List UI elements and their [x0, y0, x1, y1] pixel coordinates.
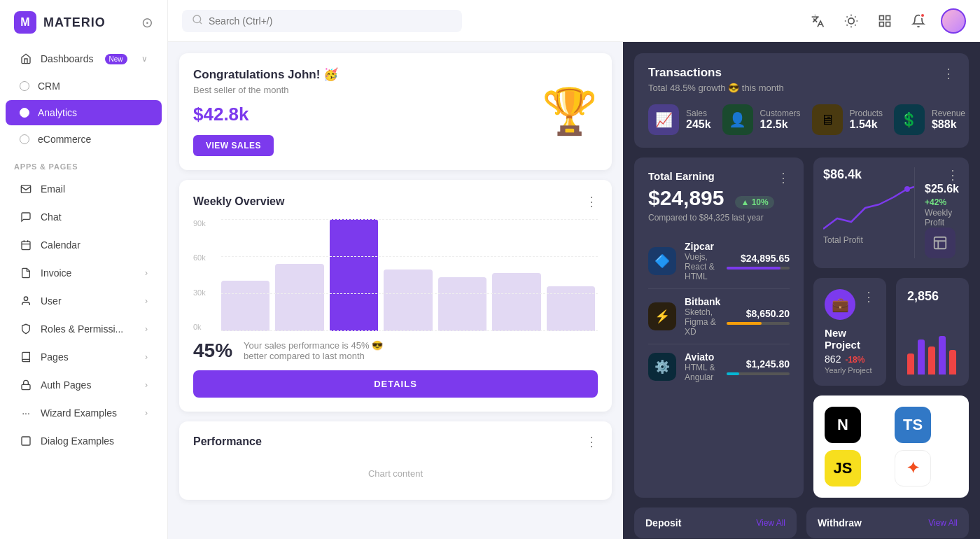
- trans-item-info: Customers 12.5k: [760, 108, 801, 131]
- chevron-icon: ›: [145, 296, 148, 306]
- sidebar: M MATERIO ⊙ Dashboards New ∨ CRM Analyti…: [0, 0, 168, 539]
- notifications-icon[interactable]: [907, 10, 930, 32]
- earning-icon: 🔷: [648, 247, 676, 275]
- chart-bar: [330, 219, 378, 331]
- transaction-item: 🖥 Products 1.54k: [812, 104, 883, 135]
- sidebar-item-analytics[interactable]: Analytics: [6, 100, 162, 125]
- svg-point-2: [24, 297, 27, 300]
- trans-label: Revenue: [932, 108, 965, 118]
- weekly-menu-button[interactable]: ⋮: [585, 194, 598, 209]
- trans-value: 245k: [686, 118, 711, 131]
- earning-progress-fill: [727, 322, 762, 325]
- performance-card: Performance ⋮ Chart content: [179, 421, 612, 500]
- performance-title: Performance: [193, 435, 262, 448]
- profit-stat-label: Weekly Profit: [925, 208, 959, 227]
- theme-icon[interactable]: [840, 10, 862, 32]
- sidebar-item-pages[interactable]: Pages ›: [6, 344, 162, 370]
- avatar[interactable]: [941, 8, 966, 34]
- search-input[interactable]: [209, 15, 452, 27]
- earning-item-amount: $8,650.20: [727, 308, 790, 319]
- svg-rect-7: [880, 15, 884, 20]
- earning-menu-button[interactable]: ⋮: [777, 170, 790, 186]
- sidebar-item-label: Auth Pages: [41, 379, 91, 391]
- earning-item-amount: $1,245.80: [727, 358, 790, 370]
- translate-icon[interactable]: [806, 10, 829, 32]
- transactions-title: Transactions: [648, 66, 784, 80]
- earning-item-right: $8,650.20: [727, 308, 790, 325]
- transaction-item: 👤 Customers 12.5k: [722, 104, 801, 135]
- profit-stat-badge: +42%: [925, 197, 946, 207]
- chart-bar: [547, 286, 595, 331]
- sidebar-item-email[interactable]: Email: [6, 176, 162, 202]
- total-earning-card: Total Earning $24,895 ▲ 10% Compared to …: [634, 158, 804, 498]
- sidebar-item-wizard[interactable]: ··· Wizard Examples ›: [6, 400, 162, 426]
- lock-icon: [20, 379, 32, 391]
- trans-value: $88k: [932, 118, 965, 131]
- earning-item-right: $24,895.65: [727, 253, 790, 270]
- sidebar-toggle-icon[interactable]: ⊙: [141, 14, 153, 31]
- profit-stat-area: $25.6k +42% Weekly Profit: [925, 183, 959, 227]
- earning-item-sub: Sketch, Figma & XD: [685, 307, 727, 337]
- weekly-overview-card: Weekly Overview ⋮ 90k 60k 30k 0k: [179, 180, 612, 412]
- performance-menu-button[interactable]: ⋮: [585, 434, 598, 449]
- apps-section-label: APPS & PAGES: [0, 153, 167, 175]
- deposit-header: Deposit View All: [645, 517, 785, 528]
- earning-item-amount: $24,895.65: [727, 253, 790, 264]
- withdraw-view-all[interactable]: View All: [928, 518, 958, 528]
- y-axis-labels: 90k 60k 30k 0k: [193, 219, 206, 331]
- trans-item-info: Revenue $88k: [932, 108, 965, 131]
- view-sales-button[interactable]: VIEW SALES: [193, 135, 274, 156]
- sidebar-item-dialog[interactable]: Dialog Examples: [6, 428, 162, 454]
- svg-rect-9: [880, 22, 884, 26]
- bottom-row: Deposit View All Withdraw View All: [634, 507, 969, 538]
- sidebar-item-crm[interactable]: CRM: [6, 74, 162, 99]
- details-button[interactable]: DETAILS: [193, 370, 598, 398]
- transactions-menu-button[interactable]: ⋮: [942, 66, 955, 81]
- search-box[interactable]: [182, 10, 462, 32]
- sidebar-item-invoice[interactable]: Invoice ›: [6, 260, 162, 286]
- sidebar-item-roles[interactable]: Roles & Permissi... ›: [6, 316, 162, 342]
- earning-progress-bar: [727, 322, 790, 325]
- performance-header: Performance ⋮: [193, 434, 598, 449]
- profit-menu-button[interactable]: ⋮: [946, 167, 959, 183]
- sidebar-item-ecommerce[interactable]: eCommerce: [6, 127, 162, 152]
- sidebar-item-auth[interactable]: Auth Pages ›: [6, 372, 162, 398]
- weekly-chart-area: 90k 60k 30k 0k: [193, 219, 598, 331]
- project-icon: 💼: [825, 289, 855, 320]
- wizard-icon: ···: [20, 407, 32, 419]
- earning-amount-row: $24,895 ▲ 10%: [648, 186, 774, 210]
- invoice-icon: [20, 267, 32, 279]
- chevron-icon: ›: [145, 324, 148, 334]
- sidebar-item-dashboards[interactable]: Dashboards New ∨: [6, 46, 162, 72]
- grid-icon[interactable]: [874, 10, 896, 32]
- svg-rect-10: [886, 22, 890, 26]
- project-menu-button[interactable]: ⋮: [862, 289, 875, 304]
- chevron-icon: ∨: [141, 54, 148, 64]
- earning-list-item: 🔷 Zipcar Vuejs, React & HTML $24,895.65: [648, 234, 790, 289]
- congrats-amount: $42.8k: [193, 104, 338, 125]
- withdraw-title: Withdraw: [818, 517, 862, 528]
- sidebar-item-chat[interactable]: Chat: [6, 204, 162, 230]
- sidebar-item-label: Dialog Examples: [41, 435, 114, 447]
- earning-title-area: Total Earning $24,895 ▲ 10% Compared to …: [648, 170, 774, 234]
- svg-rect-1: [22, 241, 30, 250]
- trans-icon: 📈: [655, 111, 673, 128]
- withdraw-card: Withdraw View All: [806, 507, 969, 538]
- trans-icon-wrap: 👤: [722, 104, 753, 135]
- earning-progress-fill: [727, 372, 739, 375]
- earning-item-sub: Vuejs, React & HTML: [685, 252, 727, 281]
- total-profit-card: $86.4k Total Profit ⋮ $25.6k: [813, 158, 969, 268]
- chart-bar: [221, 281, 270, 331]
- sidebar-item-calendar[interactable]: Calendar: [6, 232, 162, 258]
- sidebar-item-label: eCommerce: [38, 134, 91, 145]
- withdraw-header: Withdraw View All: [818, 517, 958, 528]
- sidebar-item-user[interactable]: User ›: [6, 288, 162, 314]
- deposit-view-all[interactable]: View All: [756, 518, 785, 528]
- email-icon: [20, 183, 32, 195]
- earning-progress-bar: [727, 267, 790, 270]
- transaction-item: 💲 Revenue $88k: [894, 104, 965, 135]
- sidebar-item-label: User: [41, 295, 62, 307]
- svg-rect-4: [22, 437, 30, 445]
- svg-point-11: [904, 186, 910, 192]
- earning-growth-badge: ▲ 10%: [735, 196, 774, 209]
